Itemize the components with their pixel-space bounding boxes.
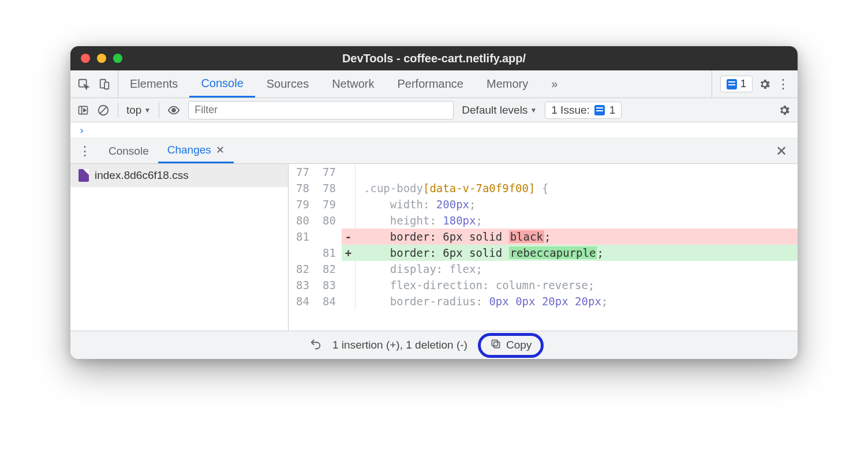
issues-pill[interactable]: 1 Issue: 1 [545,102,622,119]
console-sidebar-toggle-icon[interactable] [77,104,89,116]
device-toolbar-icon[interactable] [98,78,111,91]
tabs-overflow[interactable]: » [540,70,569,98]
fullscreen-window-button[interactable] [113,54,122,63]
diff-line: 7878.cup-body[data-v-7a0f9f00] { [289,180,798,196]
tab-sources[interactable]: Sources [255,70,320,98]
diff-line: 7777 [289,164,798,180]
console-toolbar: top ▼ Default levels ▼ 1 Issue: 1 [70,98,798,122]
context-dropdown[interactable]: top ▼ [126,104,151,117]
clear-console-icon[interactable] [97,104,110,117]
main-tabbar: Elements Console Sources Network Perform… [70,70,798,98]
tab-console[interactable]: Console [189,70,255,98]
drawer-close-icon[interactable]: ✕ [765,143,798,159]
issues-badge-count: 1 [740,78,746,90]
settings-icon[interactable] [758,78,771,91]
svg-point-7 [173,108,176,112]
diff-line: 8383 flex-direction: column-reverse; [289,277,798,293]
diff-line: 8080 height: 180px; [289,212,798,229]
filter-input[interactable] [188,101,454,119]
caret-down-icon: ▼ [144,106,151,114]
log-levels-dropdown[interactable]: Default levels ▼ [462,104,537,117]
diff-line: 8484 border-radius: 0px 0px 20px 20px; [289,293,798,309]
diff-line: 7979 width: 200px; [289,196,798,212]
diff-line: 8282 display: flex; [289,261,798,277]
console-settings-icon[interactable] [778,104,791,117]
devtools-window: DevTools - coffee-cart.netlify.app/ Elem… [70,46,798,359]
tab-performance[interactable]: Performance [386,70,476,98]
issues-badge[interactable]: 1 [720,76,753,92]
changed-files-list: index.8d6c6f18.css [70,164,289,331]
diff-line: 81- border: 6px solid black; [289,229,798,245]
svg-rect-9 [492,340,497,346]
diff-view: 77777878.cup-body[data-v-7a0f9f00] {7979… [289,164,798,331]
svg-rect-2 [104,82,108,89]
tab-network[interactable]: Network [320,70,386,98]
minimize-window-button[interactable] [97,54,106,63]
revert-icon[interactable] [309,338,322,353]
tab-elements[interactable]: Elements [118,70,189,98]
changes-footer: 1 insertion (+), 1 deletion (-) Copy [70,331,798,359]
changes-panel: index.8d6c6f18.css 77777878.cup-body[dat… [70,164,798,331]
changes-summary: 1 insertion (+), 1 deletion (-) [332,339,467,351]
traffic-lights [70,54,122,63]
window-title: DevTools - coffee-cart.netlify.app/ [70,52,798,65]
inspect-element-icon[interactable] [77,78,90,91]
close-window-button[interactable] [81,54,90,63]
stylesheet-file-icon [78,169,89,182]
chat-icon [594,105,605,115]
chat-icon [727,79,737,89]
copy-icon [490,338,502,353]
svg-line-6 [100,106,107,114]
drawer-tab-console[interactable]: Console [99,139,158,163]
drawer-tab-changes[interactable]: Changes ✕ [158,139,234,163]
diff-line: 81+ border: 6px solid rebeccapurple; [289,245,798,261]
changed-file-item[interactable]: index.8d6c6f18.css [70,164,288,187]
live-expression-icon[interactable] [167,104,180,117]
svg-rect-8 [494,342,500,347]
tab-memory[interactable]: Memory [475,70,540,98]
drawer-kebab-icon[interactable]: ⋮ [70,144,99,159]
kebab-menu-icon[interactable]: ⋮ [777,78,790,91]
console-prompt[interactable]: › [70,122,798,139]
titlebar: DevTools - coffee-cart.netlify.app/ [70,46,798,70]
copy-button[interactable]: Copy [478,333,544,358]
caret-down-icon: ▼ [530,106,537,114]
drawer-tabbar: ⋮ Console Changes ✕ ✕ [70,139,798,164]
close-tab-icon[interactable]: ✕ [216,144,225,156]
